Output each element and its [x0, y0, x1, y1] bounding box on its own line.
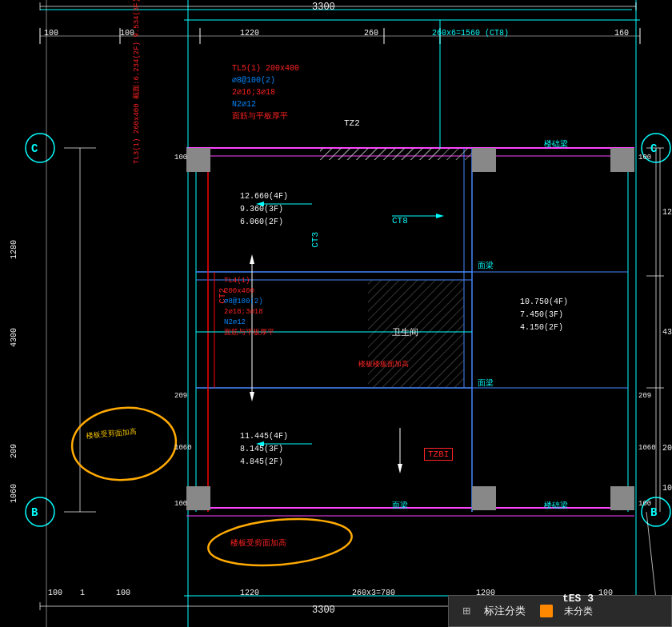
toolbar-badge-label: 未分类: [564, 605, 593, 618]
dim-right-4: 1060: [662, 484, 672, 493]
elev-center-1: 12.660(4F)9.360(3F)6.060(2F): [240, 190, 288, 229]
dim-left-1: 1280: [10, 240, 18, 259]
tl4-annotation: TL4(1)200x400 ⌀8@100(2) 2⌀18;3⌀18 N2⌀12 …: [224, 276, 274, 338]
bottom-total-dim: 3300: [312, 605, 335, 616]
dim-right-3: 209: [662, 444, 672, 453]
toolbar-label: 标注分类: [484, 604, 526, 618]
sub-dim-right-1060: 1060: [638, 444, 656, 452]
sub-dim-left-1060: 1060: [174, 444, 192, 452]
main-canvas: 3300 3300 100 100 1220 260 260x6=1560 (C…: [0, 0, 672, 627]
tl3-annotation: TL3(1) 260x400 截面:6.234(2F) 9.534(3F) 12…: [132, 0, 142, 164]
bathroom-label: 卫生间: [392, 326, 418, 338]
tzbi-label: TZBI: [424, 448, 453, 461]
grid-c-left: C: [31, 142, 38, 155]
dim-ct8-top: 260x6=1560 (CT8): [432, 29, 509, 38]
dim-top-3: 1220: [240, 29, 259, 38]
dim-bot-1b: 1: [80, 589, 85, 597]
toolbar[interactable]: ⊞ 标注分类 未分类: [448, 595, 672, 627]
dim-bot-1: 100: [48, 589, 62, 597]
sub-dim-left-209: 209: [174, 392, 187, 400]
mian-liang-3: 面梁: [392, 500, 408, 511]
annotation-left-text: 楼板受剪面加高: [86, 427, 138, 441]
svg-rect-30: [472, 148, 496, 172]
top-total-dim: 3300: [312, 2, 335, 13]
svg-point-51: [26, 497, 54, 526]
sub-dim-left-100t: 100: [174, 154, 187, 162]
dim-bot-4: 260x3=780: [352, 589, 395, 597]
grid-b-right: B: [650, 506, 657, 519]
svg-marker-74: [398, 464, 402, 473]
svg-rect-75: [540, 605, 553, 617]
sub-dim-right-209: 209: [638, 392, 651, 400]
tes3-label: tES 3: [562, 593, 594, 605]
dim-top-6: 160: [614, 29, 629, 38]
louban-label: 楼板楼板面加高: [358, 360, 409, 370]
svg-rect-33: [472, 486, 496, 510]
toolbar-badge: [540, 605, 553, 617]
sub-dim-right-100t: 100: [638, 154, 651, 162]
sub-dim-left-100b: 100: [174, 500, 187, 508]
dim-left-4: 1060: [10, 484, 18, 503]
dim-bot-2: 100: [116, 589, 130, 597]
svg-rect-34: [610, 486, 634, 510]
svg-marker-72: [250, 254, 254, 264]
grid-c-right: C: [650, 142, 657, 155]
svg-rect-36: [320, 148, 472, 160]
sub-dim-right-100b: 100: [638, 500, 651, 508]
dim-left-2: 4300: [10, 328, 18, 347]
dim-left-3: 209: [10, 444, 18, 458]
dim-top-4: 260: [364, 29, 378, 38]
tz2-label: TZ2: [344, 118, 360, 128]
elev-right-1: 10.750(4F)7.450(3F)4.150(2F): [520, 296, 568, 334]
annotation-bottom-text: 楼板受剪面加高: [230, 537, 286, 549]
svg-point-53: [69, 404, 178, 485]
mian-liang-1: 面梁: [478, 260, 494, 271]
mian-liang-5: 楼础梁: [544, 138, 568, 150]
dim-right-1: 1280: [662, 208, 672, 217]
ct3-label: CT3: [310, 232, 320, 248]
svg-rect-31: [610, 148, 634, 172]
dim-top-1: 100: [44, 29, 58, 38]
svg-rect-29: [186, 148, 210, 172]
ct8-label: CT8: [392, 216, 408, 226]
svg-rect-32: [186, 486, 210, 510]
svg-point-49: [26, 134, 54, 162]
svg-rect-28: [320, 148, 440, 160]
tl5-annotation: TL5(1) 200x400 ⌀8@100(2) 2⌀16;3⌀18 N2⌀12…: [232, 62, 299, 122]
dim-bot-3: 1220: [240, 589, 259, 597]
mian-liang-4: 楼础梁: [544, 500, 568, 511]
svg-marker-71: [250, 392, 254, 401]
toolbar-grid-icon: ⊞: [457, 601, 476, 621]
mian-liang-2: 面梁: [478, 377, 494, 389]
grid-b-left: B: [31, 506, 38, 519]
elev-center-2: 11.445(4F)8.145(3F)4.845(2F): [240, 430, 288, 469]
dim-right-2: 4300: [662, 328, 672, 337]
svg-marker-48: [436, 214, 444, 218]
